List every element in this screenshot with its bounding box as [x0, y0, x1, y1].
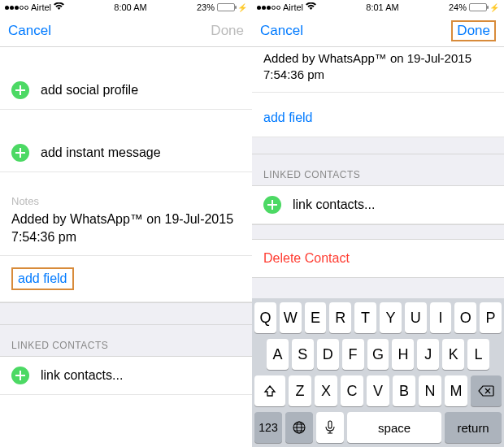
key-q[interactable]: Q — [254, 302, 276, 333]
delete-contact-label: Delete Contact — [263, 251, 350, 265]
mic-icon — [325, 420, 335, 435]
link-contacts-row[interactable]: link contacts... — [252, 185, 504, 224]
status-time: 8:01 AM — [366, 2, 398, 12]
shift-icon — [263, 384, 276, 397]
row-label: link contacts... — [41, 368, 123, 383]
delete-contact-row[interactable]: Delete Contact — [252, 239, 504, 278]
keyboard-row-3: Z X C V B N M — [254, 375, 502, 406]
linked-contacts-header: LINKED CONTACTS — [0, 325, 252, 356]
status-left: Airtel — [5, 2, 64, 12]
highlight-annotation: Done — [451, 20, 496, 41]
key-g[interactable]: G — [367, 339, 389, 370]
cancel-button[interactable]: Cancel — [260, 23, 303, 39]
highlight-annotation: add field — [11, 267, 74, 290]
add-field-button[interactable]: add field — [263, 111, 313, 124]
key-u[interactable]: U — [405, 302, 427, 333]
charging-icon: ⚡ — [489, 3, 499, 12]
status-bar: Airtel 8:01 AM 24% ⚡ — [252, 0, 504, 15]
signal-icon — [5, 6, 28, 10]
key-b[interactable]: B — [393, 375, 415, 406]
done-button[interactable]: Done — [457, 23, 490, 38]
key-dictation[interactable] — [316, 412, 344, 443]
status-left: Airtel — [257, 2, 316, 12]
link-contacts-row[interactable]: link contacts... — [0, 356, 252, 395]
notes-text[interactable]: Added by WhatsApp™ on 19-Jul-2015 7:54:3… — [252, 47, 504, 93]
signal-icon — [257, 6, 280, 10]
contact-edit-content: add social profile add instant message N… — [0, 47, 252, 447]
add-field-row: add field — [252, 93, 504, 137]
key-s[interactable]: S — [292, 339, 314, 370]
linked-contacts-header: LINKED CONTACTS — [252, 154, 504, 185]
battery-icon — [469, 3, 487, 11]
add-instant-message-row[interactable]: add instant message — [0, 134, 252, 172]
add-field-button[interactable]: add field — [18, 271, 67, 285]
keyboard-row-4: 123 space return — [254, 412, 502, 443]
key-123[interactable]: 123 — [254, 412, 282, 443]
key-l[interactable]: L — [467, 339, 489, 370]
carrier-label: Airtel — [283, 2, 303, 12]
carrier-label: Airtel — [31, 2, 51, 12]
svg-rect-2 — [328, 421, 332, 428]
key-y[interactable]: Y — [380, 302, 402, 333]
contact-edit-content: Added by WhatsApp™ on 19-Jul-2015 7:54:3… — [252, 47, 504, 447]
key-x[interactable]: X — [315, 375, 337, 406]
plus-icon — [11, 81, 29, 99]
globe-icon — [292, 420, 306, 435]
key-i[interactable]: I — [430, 302, 452, 333]
row-label: add instant message — [41, 145, 161, 160]
key-v[interactable]: V — [367, 375, 389, 406]
nav-bar: Cancel Done — [0, 15, 252, 47]
screen-right: Airtel 8:01 AM 24% ⚡ Cancel Done Added b… — [252, 0, 504, 447]
status-bar: Airtel 8:00 AM 23% ⚡ — [0, 0, 252, 15]
done-button-disabled: Done — [211, 23, 244, 39]
key-o[interactable]: O — [454, 302, 476, 333]
plus-icon — [11, 367, 29, 384]
key-k[interactable]: K — [442, 339, 464, 370]
key-shift[interactable] — [254, 375, 285, 406]
status-right: 23% ⚡ — [197, 2, 247, 12]
key-f[interactable]: F — [342, 339, 364, 370]
battery-icon — [217, 3, 235, 11]
keyboard-row-1: Q W E R T Y U I O P — [254, 302, 502, 333]
keyboard: Q W E R T Y U I O P A S D F G H J K L — [252, 298, 504, 447]
charging-icon: ⚡ — [237, 3, 247, 12]
backspace-icon — [478, 385, 494, 397]
key-globe[interactable] — [285, 412, 313, 443]
keyboard-row-2: A S D F G H J K L — [254, 339, 502, 370]
cancel-button[interactable]: Cancel — [8, 23, 51, 39]
battery-pct: 23% — [197, 2, 215, 12]
add-field-row: add field — [0, 256, 252, 302]
row-label: add social profile — [41, 83, 138, 98]
notes-label: Notes — [11, 195, 241, 207]
row-label: link contacts... — [293, 197, 375, 212]
key-m[interactable]: M — [445, 375, 467, 406]
key-p[interactable]: P — [480, 302, 502, 333]
plus-icon — [11, 144, 29, 162]
key-t[interactable]: T — [354, 302, 376, 333]
key-a[interactable]: A — [267, 339, 289, 370]
key-d[interactable]: D — [317, 339, 339, 370]
key-return[interactable]: return — [445, 412, 502, 443]
nav-bar: Cancel Done — [252, 15, 504, 47]
notes-field[interactable]: Notes Added by WhatsApp™ on 19-Jul-2015 … — [0, 189, 252, 256]
plus-icon — [263, 196, 281, 214]
key-z[interactable]: Z — [289, 375, 311, 406]
key-j[interactable]: J — [417, 339, 439, 370]
key-backspace[interactable] — [471, 375, 502, 406]
status-right: 24% ⚡ — [449, 2, 499, 12]
wifi-icon — [54, 2, 64, 12]
add-social-profile-row[interactable]: add social profile — [0, 72, 252, 110]
key-c[interactable]: C — [341, 375, 363, 406]
key-r[interactable]: R — [329, 302, 351, 333]
key-n[interactable]: N — [419, 375, 441, 406]
battery-pct: 24% — [449, 2, 467, 12]
key-space[interactable]: space — [347, 412, 441, 443]
status-time: 8:00 AM — [114, 2, 146, 12]
key-h[interactable]: H — [392, 339, 414, 370]
key-w[interactable]: W — [280, 302, 302, 333]
screen-left: Airtel 8:00 AM 23% ⚡ Cancel Done add soc… — [0, 0, 252, 447]
key-e[interactable]: E — [305, 302, 327, 333]
wifi-icon — [306, 2, 316, 12]
notes-text: Added by WhatsApp™ on 19-Jul-2015 7:54:3… — [11, 210, 241, 245]
